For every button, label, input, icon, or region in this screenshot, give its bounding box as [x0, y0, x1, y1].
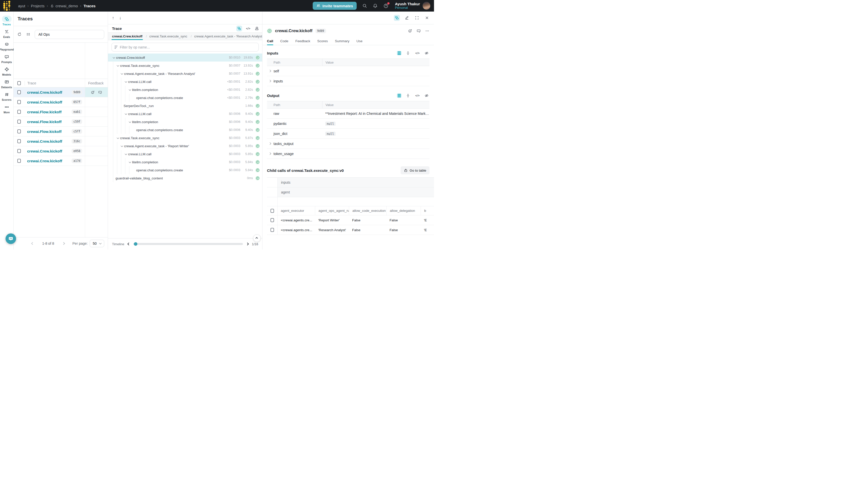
hide-values-icon[interactable] — [424, 50, 430, 56]
search-icon[interactable] — [362, 3, 367, 8]
row-checkbox[interactable] — [271, 228, 274, 232]
table-row[interactable]: crewai.Crew.kickoff316c — [14, 136, 108, 146]
row-checkbox[interactable] — [17, 130, 21, 133]
column-header[interactable]: allow_code_execution — [349, 206, 386, 215]
select-all-checkbox[interactable] — [271, 209, 274, 213]
select-all-checkbox[interactable] — [17, 81, 21, 85]
list-view-icon[interactable] — [397, 93, 401, 98]
tab-feedback[interactable]: Feedback — [295, 37, 310, 45]
wandb-logo[interactable] — [0, 1, 14, 11]
sidebar-item-evals[interactable]: Evals — [0, 28, 14, 38]
table-row[interactable]: crewai.Crew.kickoffa17d — [14, 156, 108, 166]
tree-row[interactable]: litellm.completion<$0.00012.82s✓ — [108, 86, 262, 94]
prev-page-icon[interactable] — [31, 242, 34, 245]
comment-icon[interactable] — [98, 90, 102, 95]
tree-row[interactable]: SerperDevTool._run1.66s✓ — [108, 102, 262, 110]
chevron-right-icon[interactable] — [269, 70, 271, 72]
add-reaction-icon[interactable] — [408, 29, 412, 33]
table-row[interactable]: crewai.Flow.kickoffeab1 — [14, 107, 108, 117]
chevron-down-icon[interactable] — [125, 112, 127, 115]
chevron-down-icon[interactable] — [116, 64, 119, 66]
sidebar-item-playground[interactable]: Playground — [0, 41, 14, 51]
row-checkbox[interactable] — [17, 90, 21, 94]
op-filter-input[interactable] — [120, 45, 256, 49]
chevron-down-icon[interactable] — [128, 88, 131, 91]
edit-pen-icon[interactable] — [404, 15, 410, 21]
table-row[interactable]: <crewai.agents.cre... 'Research Analyst'… — [267, 225, 434, 235]
tree-row[interactable]: crewai.LLM.call$0.00035.85s✓ — [108, 150, 262, 158]
tab-code[interactable]: Code — [280, 37, 288, 45]
output-row-raw[interactable]: raw**Investment Report: AI in Chemical a… — [267, 109, 430, 119]
table-row[interactable]: crewai.Crew.kickoff9d89 — [14, 87, 108, 97]
tree-row[interactable]: crewai.Crew.kickoff$0.001019.83s✓ — [108, 53, 262, 62]
input-row-inputs[interactable]: inputs — [267, 76, 430, 86]
timeline-prev-icon[interactable] — [127, 242, 130, 245]
code-view-icon[interactable]: </> — [414, 51, 420, 56]
chevron-down-icon[interactable] — [121, 72, 123, 75]
tab-agent-execute-task[interactable]: crewai.Agent.execute_task - 'Research An… — [188, 33, 262, 40]
column-header[interactable]: agent_ops_agent_nan — [315, 206, 349, 215]
table-row[interactable]: crewai.Flow.kickoffc5ff — [14, 126, 108, 136]
avatar[interactable] — [422, 2, 431, 10]
detail-content[interactable]: Inputs </> Path Value self inputs — [262, 45, 434, 250]
output-row-token-usage[interactable]: token_usage — [267, 149, 430, 159]
chevron-down-icon[interactable] — [125, 153, 127, 155]
chevron-down-icon[interactable] — [121, 145, 123, 147]
fullscreen-icon[interactable] — [414, 15, 420, 21]
sidebar-item-datasets[interactable]: Datasets — [0, 78, 14, 89]
tree-view-icon[interactable] — [394, 15, 400, 21]
tree-row[interactable]: crewai.LLM.call$0.00069.40s✓ — [108, 110, 262, 118]
chevron-right-icon[interactable] — [269, 80, 271, 82]
chevron-down-icon[interactable] — [112, 56, 115, 59]
expand-rows-icon[interactable] — [405, 93, 411, 98]
row-checkbox[interactable] — [17, 110, 21, 114]
sidebar-item-prompts[interactable]: Prompts — [0, 53, 14, 63]
tree-row[interactable]: guardrail-validate_blog_content0ms✓ — [108, 174, 262, 182]
tree-row[interactable]: openai.chat.completions.create<$0.00012.… — [108, 94, 262, 102]
tree-row[interactable]: crewai.LLM.call<$0.00012.82s✓ — [108, 78, 262, 86]
tree-view-icon[interactable] — [236, 26, 242, 32]
code-view-icon[interactable]: </> — [245, 26, 251, 31]
hide-values-icon[interactable] — [424, 93, 430, 98]
tree-row[interactable]: openai.chat.completions.create$0.00069.4… — [108, 126, 262, 134]
tree-row[interactable]: crewai.Agent.execute_task - 'Report Writ… — [108, 142, 262, 150]
tab-crew-kickoff[interactable]: crewai.Crew.kickoff — [112, 33, 143, 40]
timeline-slider[interactable] — [133, 243, 243, 245]
chevron-right-icon[interactable] — [269, 153, 271, 155]
feedback-column-header[interactable]: Feedback — [85, 81, 108, 85]
tree-row[interactable]: openai.chat.completions.create$0.00035.8… — [108, 166, 262, 174]
code-view-icon[interactable]: </> — [414, 93, 420, 98]
add-reaction-icon[interactable] — [91, 90, 95, 95]
go-to-table-button[interactable]: Go to table — [400, 166, 430, 174]
user-menu[interactable]: Ayush Thakur Personal — [395, 2, 431, 10]
table-row[interactable]: crewai.Crew.kickoffe058 — [14, 146, 108, 156]
row-checkbox[interactable] — [17, 139, 21, 143]
tree-row[interactable]: litellm.completion$0.00035.84s✓ — [108, 158, 262, 166]
row-checkbox[interactable] — [17, 120, 21, 124]
chat-launcher-button[interactable] — [5, 233, 16, 244]
sidebar-item-scorers[interactable]: Scorers — [0, 91, 14, 101]
refresh-icon[interactable] — [17, 32, 22, 37]
flame-graph-icon[interactable] — [254, 26, 260, 32]
tab-use[interactable]: Use — [356, 37, 362, 45]
breadcrumb-project[interactable]: crewai_demo — [50, 4, 78, 8]
output-row-pydantic[interactable]: pydanticnull — [267, 119, 430, 129]
next-call-arrow-icon[interactable]: ↓ — [119, 16, 122, 20]
row-checkbox[interactable] — [271, 218, 274, 222]
timeline-next-icon[interactable] — [246, 242, 249, 245]
comment-icon[interactable] — [417, 29, 421, 33]
chevron-down-icon[interactable] — [128, 160, 131, 163]
chevron-down-icon[interactable] — [128, 120, 131, 123]
list-view-icon[interactable] — [397, 51, 401, 56]
close-icon[interactable] — [424, 15, 430, 21]
chevron-right-icon[interactable] — [269, 143, 271, 145]
next-page-icon[interactable] — [62, 242, 65, 245]
raw-output-value[interactable]: **Investment Report: AI in Chemical and … — [322, 112, 430, 115]
tree-row[interactable]: litellm.completion$0.00069.40s✓ — [108, 118, 262, 126]
timeline-slider-thumb[interactable] — [134, 242, 137, 246]
breadcrumb-entity[interactable]: ayut — [18, 4, 25, 8]
chevron-down-icon[interactable] — [116, 136, 119, 139]
invite-teammates-button[interactable]: Invite teammates — [313, 2, 357, 10]
sidebar-item-more[interactable]: More — [0, 104, 14, 114]
column-header[interactable]: agent_executor — [277, 206, 315, 215]
